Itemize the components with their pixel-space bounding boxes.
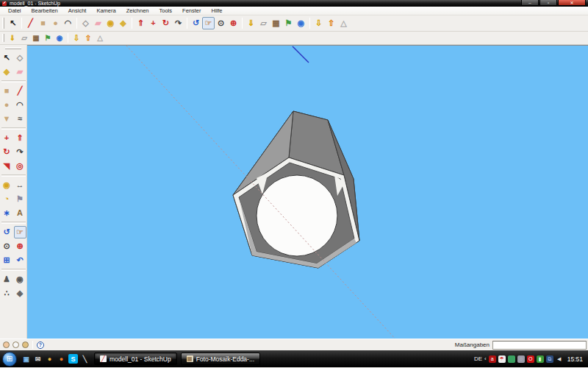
chrome-icon[interactable]: ● [45, 354, 54, 364]
get-current-view-tool-button[interactable]: ⇓ [245, 17, 257, 29]
mail-icon[interactable]: ✉ [33, 354, 43, 364]
orbit-tool-button[interactable]: ↺ [1, 226, 13, 238]
make-component-tool-button[interactable]: ◇ [14, 52, 26, 64]
select-tool-button[interactable]: ↖ [1, 52, 13, 64]
zoom-extents-tool-button[interactable]: ⊕ [14, 240, 26, 252]
opera-tray-icon[interactable]: O [527, 355, 534, 363]
zoom-tool-button[interactable]: ⊙ [215, 17, 227, 29]
network-tray-icon[interactable]: ⧉ [546, 355, 553, 363]
add-location-tool-button[interactable]: ⚑ [42, 32, 54, 43]
language-indicator[interactable]: DE [474, 355, 482, 362]
text-tool-button[interactable]: ⚑ [14, 193, 26, 205]
firefox-icon[interactable]: ● [57, 354, 66, 364]
rectangle-tool-button[interactable]: ■ [1, 85, 13, 97]
dimension-tool-button[interactable]: ↔ [14, 179, 26, 191]
zoom-tool-button[interactable]: ⊙ [1, 240, 13, 252]
status-credit-icon[interactable] [22, 342, 29, 348]
menu-hilfe[interactable]: Hilfe [206, 7, 227, 15]
get-current-view-tool-button[interactable]: ⇓ [7, 32, 18, 43]
get-models-tool-button[interactable]: ⇩ [71, 32, 82, 43]
graphics-tray-icon[interactable] [508, 355, 515, 363]
line-tool-button[interactable]: ╱ [24, 17, 37, 29]
battery-tray-icon[interactable]: ▮ [537, 355, 544, 363]
zoom-extents-tool-button[interactable]: ⊕ [227, 17, 240, 29]
tray-chevron-icon[interactable]: ‹ [484, 355, 487, 362]
taskbar-task-1[interactable]: ▦Foto-Mosaik-Edda-... [181, 353, 260, 365]
share-model-tool-button[interactable]: ⇧ [325, 17, 337, 29]
freehand-tool-button[interactable]: ≈ [14, 113, 26, 125]
share-component-tool-button[interactable]: △ [337, 17, 350, 29]
arc-tool-button[interactable]: ◠ [62, 17, 74, 29]
eraser-tool-button[interactable]: ▰ [92, 17, 104, 29]
antivir-umbrella-tray-icon[interactable]: ☂ [498, 355, 506, 363]
skype-icon[interactable]: S [68, 354, 78, 364]
walk-tool-button[interactable]: ∴ [1, 287, 13, 300]
rotate-tool-button[interactable]: ↻ [1, 146, 13, 158]
section-plane-tool-button[interactable]: ◈ [14, 287, 26, 300]
scale-tool-button[interactable]: ◥ [1, 160, 13, 172]
follow-me-tool-button[interactable]: ↷ [14, 146, 26, 158]
status-claim-icon[interactable] [12, 342, 19, 348]
menu-datei[interactable]: Datei [3, 7, 26, 15]
zoom-window-tool-button[interactable]: ⊞ [1, 254, 13, 266]
photo-textures-tool-button[interactable]: ▦ [270, 17, 282, 29]
toggle-terrain-tool-button[interactable]: ▱ [257, 17, 270, 29]
tape-measure-tool-button[interactable]: ◉ [104, 17, 117, 29]
protractor-tool-button[interactable]: ◔ [1, 193, 13, 205]
disc-tray-icon[interactable]: ◌ [517, 355, 525, 363]
photo-textures-tool-button[interactable]: ▦ [30, 32, 42, 43]
palette-grip[interactable] [5, 47, 21, 49]
circle-tool-button[interactable]: ● [1, 99, 13, 111]
display-icon[interactable]: ▣ [21, 354, 31, 364]
select-tool-button[interactable]: ↖ [7, 17, 19, 29]
share-model-tool-button[interactable]: ⇧ [82, 32, 94, 43]
brush-icon[interactable]: ╲ [80, 354, 90, 364]
move-tool-button[interactable]: + [147, 17, 159, 29]
rectangle-tool-button[interactable]: ■ [37, 17, 49, 29]
get-models-tool-button[interactable]: ⇩ [312, 17, 325, 29]
look-around-tool-button[interactable]: ◉ [14, 273, 26, 286]
minimize-button[interactable]: – [521, 0, 539, 6]
polygon-tool-button[interactable]: ▼ [1, 113, 13, 125]
follow-me-tool-button[interactable]: ↷ [172, 17, 184, 29]
push-pull-tool-button[interactable]: ⇑ [135, 17, 147, 29]
previous-view-tool-button[interactable]: ↶ [14, 254, 26, 266]
pan-tool-button[interactable]: ☞ [202, 17, 215, 29]
toolbar-grip[interactable] [2, 34, 4, 43]
drawing-canvas[interactable] [27, 45, 588, 339]
avira-tray-icon[interactable]: a [489, 355, 496, 363]
rotate-tool-button[interactable]: ↻ [159, 17, 172, 29]
toolbar-grip[interactable] [2, 18, 4, 29]
menu-ansicht[interactable]: Ansicht [63, 7, 92, 15]
axes-tool-button[interactable]: ∗ [1, 207, 13, 219]
start-button[interactable]: ⊞ [2, 352, 17, 367]
toggle-terrain-tool-button[interactable]: ▱ [18, 32, 30, 43]
menu-tools[interactable]: Tools [154, 7, 178, 15]
menu-bearbeiten[interactable]: Bearbeiten [26, 7, 63, 15]
clock[interactable]: 15:51 [567, 355, 583, 363]
google-earth-tool-button[interactable]: ◉ [295, 17, 307, 29]
eraser-tool-button[interactable]: ▰ [14, 66, 26, 78]
share-component-tool-button[interactable]: △ [94, 32, 106, 43]
orbit-tool-button[interactable]: ↺ [190, 17, 202, 29]
measurements-input[interactable] [492, 341, 587, 350]
menu-fenster[interactable]: Fenster [177, 7, 206, 15]
volume-tray-icon[interactable]: ◀ [556, 355, 563, 363]
arc-tool-button[interactable]: ◠ [14, 99, 26, 111]
3d-text-tool-button[interactable]: A [14, 207, 26, 219]
menu-kamera[interactable]: Kamera [91, 7, 121, 15]
status-geolocation-icon[interactable] [3, 342, 10, 348]
make-component-tool-button[interactable]: ◇ [79, 17, 92, 29]
taskbar-task-0[interactable]: ╱modell_01 - SketchUp [94, 353, 177, 365]
move-tool-button[interactable]: + [1, 132, 13, 144]
line-tool-button[interactable]: ╱ [14, 85, 26, 97]
tape-measure-tool-button[interactable]: ◉ [1, 179, 13, 191]
paint-bucket-tool-button[interactable]: ◆ [1, 66, 13, 78]
pan-tool-button[interactable]: ☞ [14, 226, 26, 238]
offset-tool-button[interactable]: ◎ [14, 160, 26, 172]
google-earth-tool-button[interactable]: ◉ [54, 32, 65, 43]
paint-bucket-tool-button[interactable]: ◆ [117, 17, 129, 29]
maximize-button[interactable]: ▫ [539, 0, 557, 6]
position-camera-tool-button[interactable]: ♟ [1, 273, 13, 286]
help-icon[interactable]: ? [37, 342, 44, 349]
